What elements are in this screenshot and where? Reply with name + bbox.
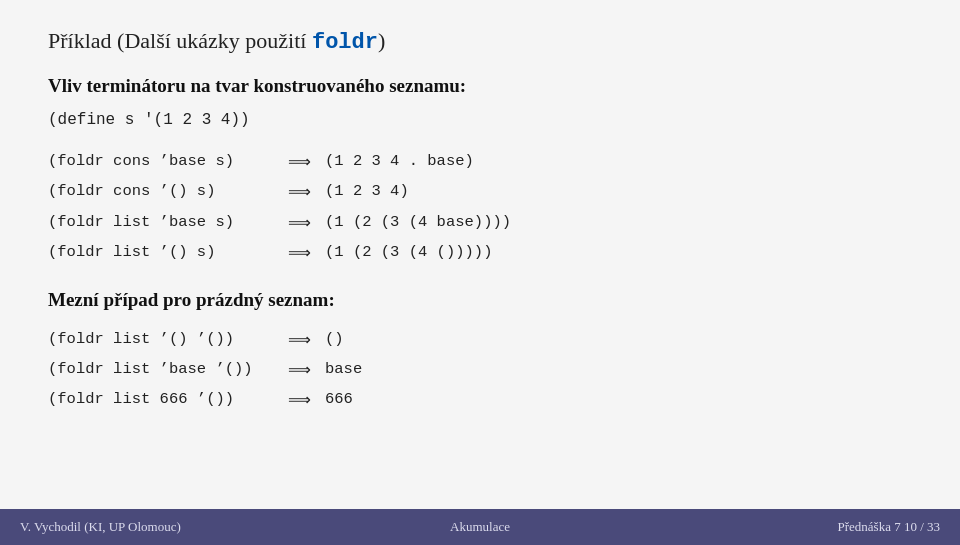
table-row: (foldr list ’base ’()) ⟹ base	[48, 355, 362, 385]
slide-title: Příklad (Další ukázky použití foldr)	[48, 28, 912, 55]
table-row: (foldr list 666 ’()) ⟹ 666	[48, 385, 362, 415]
table-row: (foldr list ’() s) ⟹ (1 (2 (3 (4 ()))))	[48, 238, 511, 268]
arrow-icon: ⟹	[288, 385, 325, 415]
table-row: (foldr cons ’() s) ⟹ (1 2 3 4)	[48, 177, 511, 207]
footer-left: V. Vychodil (KI, UP Olomouc)	[20, 519, 327, 535]
ex-result: base	[325, 355, 362, 385]
footer-center: Akumulace	[327, 519, 634, 535]
footer-right: Přednáška 7 10 / 33	[633, 519, 940, 535]
arrow-icon: ⟹	[288, 325, 325, 355]
section2-heading: Mezní případ pro prázdný seznam:	[48, 289, 912, 311]
slide-content: Příklad (Další ukázky použití foldr) Vli…	[0, 0, 960, 509]
section1-heading: Vliv terminátoru na tvar konstruovaného …	[48, 75, 912, 97]
section2-examples: (foldr list ’() ’()) ⟹ () (foldr list ’b…	[48, 325, 362, 416]
title-prefix: Příklad (Další ukázky použití	[48, 28, 312, 53]
title-keyword: foldr	[312, 30, 378, 55]
arrow-icon: ⟹	[288, 355, 325, 385]
arrow-icon: ⟹	[288, 208, 325, 238]
arrow-icon: ⟹	[288, 177, 325, 207]
ex-code: (foldr list ’() s)	[48, 238, 288, 268]
title-suffix: )	[378, 28, 385, 53]
table-row: (foldr list ’base s) ⟹ (1 (2 (3 (4 base)…	[48, 208, 511, 238]
ex-result: ()	[325, 325, 362, 355]
section1-examples: (foldr cons ’base s) ⟹ (1 2 3 4 . base) …	[48, 147, 511, 269]
table-row: (foldr cons ’base s) ⟹ (1 2 3 4 . base)	[48, 147, 511, 177]
footer: V. Vychodil (KI, UP Olomouc) Akumulace P…	[0, 509, 960, 545]
ex-result: (1 2 3 4 . base)	[325, 147, 511, 177]
ex-result: (1 (2 (3 (4 base))))	[325, 208, 511, 238]
arrow-icon: ⟹	[288, 147, 325, 177]
ex-result: 666	[325, 385, 362, 415]
ex-code: (foldr list ’base s)	[48, 208, 288, 238]
ex-result: (1 2 3 4)	[325, 177, 511, 207]
arrow-icon: ⟹	[288, 238, 325, 268]
ex-code: (foldr cons ’base s)	[48, 147, 288, 177]
ex-code: (foldr list ’base ’())	[48, 355, 288, 385]
ex-code: (foldr list 666 ’())	[48, 385, 288, 415]
ex-code: (foldr list ’() ’())	[48, 325, 288, 355]
define-line: (define s '(1 2 3 4))	[48, 111, 912, 129]
ex-result: (1 (2 (3 (4 ()))))	[325, 238, 511, 268]
table-row: (foldr list ’() ’()) ⟹ ()	[48, 325, 362, 355]
ex-code: (foldr cons ’() s)	[48, 177, 288, 207]
